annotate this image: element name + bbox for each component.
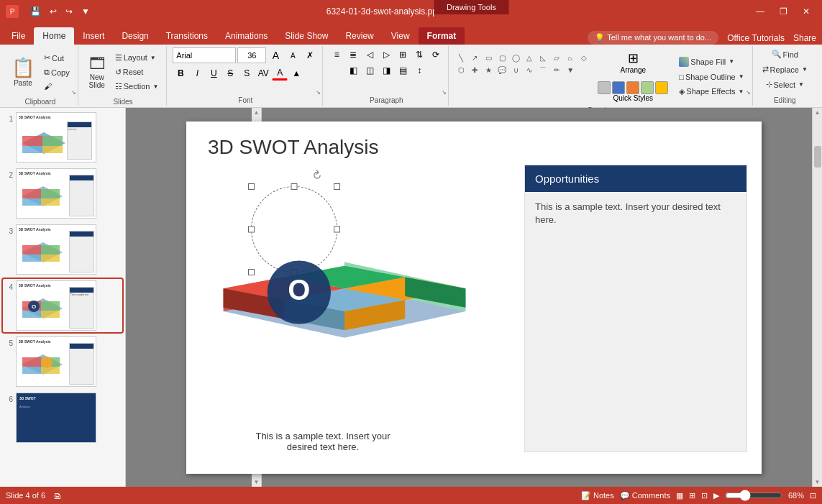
find-button[interactable]: 🔍 Find <box>768 47 802 61</box>
paste-button[interactable]: 📋 Paste <box>7 47 39 96</box>
justify-button[interactable]: ▤ <box>395 63 411 78</box>
shadow-button[interactable]: S <box>239 66 255 81</box>
freeform-shape[interactable]: ✏ <box>550 65 563 76</box>
notes-status-button[interactable]: 📝 Notes <box>581 491 614 500</box>
layout-button[interactable]: ☰ Layout ▼ <box>111 51 163 65</box>
columns-button[interactable]: ⊞ <box>395 47 411 62</box>
slide-thumb-5[interactable]: 5 3D SWOT Analysis <box>3 335 122 388</box>
restore-button[interactable]: ❐ <box>773 4 793 19</box>
tell-me-box[interactable]: 💡 Tell me what you want to do... <box>588 31 718 45</box>
diam-shape[interactable]: ◇ <box>577 52 590 64</box>
plus-shape[interactable]: ✚ <box>468 65 481 76</box>
strikethrough-button[interactable]: S <box>222 66 238 81</box>
slide-thumb-2[interactable]: 2 3D SWOT Analysis <box>3 167 122 220</box>
trap-shape[interactable]: ⏢ <box>564 52 577 64</box>
slide-thumb-4[interactable]: 4 3D SWOT Analysis This is sample text O <box>3 279 122 332</box>
scroll-up-arrow[interactable]: ▲ <box>252 108 261 117</box>
font-color-button[interactable]: A <box>272 66 288 81</box>
arc-shape[interactable]: ⌒ <box>536 65 549 76</box>
quick-styles-button[interactable]: Quick Styles <box>595 78 671 105</box>
scroll-down-arrow[interactable]: ▼ <box>252 477 261 487</box>
vertical-scrollbar-right[interactable]: ▲ ▼ <box>812 108 822 487</box>
tab-review[interactable]: Review <box>337 27 382 45</box>
rt-tri-shape[interactable]: ◺ <box>536 52 549 64</box>
tab-transitions[interactable]: Transitions <box>157 27 216 45</box>
font-size-increase[interactable]: A <box>268 48 283 63</box>
reset-button[interactable]: ↺ Reset <box>111 65 163 79</box>
star5-shape[interactable]: ★ <box>482 65 495 76</box>
font-expand[interactable]: ↘ <box>316 89 321 96</box>
view-slide-sorter-button[interactable]: ⊞ <box>689 491 695 500</box>
tab-animations[interactable]: Animations <box>216 27 276 45</box>
slide-thumb-6[interactable]: 6 3D SWOT Analysis <box>3 391 122 444</box>
share-button[interactable]: Share <box>793 33 816 43</box>
rect-shape[interactable]: ▭ <box>482 52 495 64</box>
cut-button[interactable]: ✂ Cut <box>40 51 73 65</box>
hex-shape[interactable]: ⬡ <box>455 65 467 76</box>
wave-shape[interactable]: ∿ <box>523 65 536 76</box>
clear-format-button[interactable]: ✗ <box>302 48 318 63</box>
line-shape[interactable]: ╲ <box>455 52 467 64</box>
redo-button[interactable]: ↪ <box>63 5 76 18</box>
tab-slideshow[interactable]: Slide Show <box>276 27 337 45</box>
underline-button[interactable]: U <box>206 66 222 81</box>
shape-outline-button[interactable]: □ Shape Outline ▼ <box>675 70 747 83</box>
font-size-decrease[interactable]: A <box>285 48 301 63</box>
font-name-input[interactable] <box>173 47 236 63</box>
drawing-expand[interactable]: ↘ <box>746 89 751 96</box>
slideshow-button[interactable]: ▶ <box>713 491 719 500</box>
scroll-up-right[interactable]: ▲ <box>813 108 822 117</box>
text-direction-button[interactable]: ⇅ <box>411 47 427 62</box>
callout-shape[interactable]: 💬 <box>496 65 508 76</box>
format-painter-button[interactable]: 🖌 <box>40 80 73 93</box>
slide-thumb-1[interactable]: 1 3D SWOT Analysis text here <box>3 111 122 164</box>
tri-shape[interactable]: △ <box>523 52 536 64</box>
decrease-indent-button[interactable]: ◁ <box>362 47 378 62</box>
bold-button[interactable]: B <box>173 66 188 81</box>
align-left-button[interactable]: ◧ <box>345 63 361 78</box>
bullets-button[interactable]: ≡ <box>329 47 344 62</box>
view-normal-button[interactable]: ▦ <box>676 491 683 500</box>
section-button[interactable]: ☷ Section ▼ <box>111 80 163 93</box>
fit-slide-button[interactable]: ⊡ <box>810 491 816 500</box>
replace-button[interactable]: ⇄ Replace ▼ <box>759 63 811 76</box>
italic-button[interactable]: I <box>189 66 205 81</box>
tab-insert[interactable]: Insert <box>74 27 113 45</box>
font-size-input[interactable] <box>237 47 266 63</box>
increase-indent-button[interactable]: ▷ <box>378 47 394 62</box>
office-tutorials-link[interactable]: Office Tutorials <box>727 33 785 43</box>
paragraph-expand[interactable]: ↘ <box>442 89 447 96</box>
close-button[interactable]: ✕ <box>796 4 816 19</box>
more-shapes[interactable]: ▼ <box>564 65 577 76</box>
scroll-down-right[interactable]: ▼ <box>813 477 822 487</box>
new-slide-button[interactable]: 🗔 NewSlide <box>84 47 110 96</box>
arrow-shape[interactable]: ↗ <box>468 52 481 64</box>
curve-shape[interactable]: ∪ <box>509 65 522 76</box>
numbering-button[interactable]: ≣ <box>345 47 361 62</box>
minimize-button[interactable]: — <box>750 4 770 19</box>
view-reading-button[interactable]: ⊡ <box>701 491 708 500</box>
tab-format[interactable]: Format <box>419 27 465 45</box>
comments-status-button[interactable]: 💬 Comments <box>620 491 670 500</box>
slide-notes-icon[interactable]: 🗈 <box>52 490 63 501</box>
para-shape[interactable]: ▱ <box>550 52 563 64</box>
tab-design[interactable]: Design <box>113 27 157 45</box>
align-center-button[interactable]: ◫ <box>362 63 378 78</box>
char-spacing-button[interactable]: AV <box>255 66 271 81</box>
shape-effects-button[interactable]: ◈ Shape Effects ▼ <box>675 85 747 98</box>
align-right-button[interactable]: ◨ <box>378 63 394 78</box>
rrect-shape[interactable]: ▢ <box>496 52 508 64</box>
arrange-button[interactable]: ⊞ Arrange <box>595 47 671 77</box>
save-button[interactable]: 💾 <box>27 5 44 18</box>
tab-home[interactable]: Home <box>34 27 74 45</box>
slide-thumb-3[interactable]: 3 3D SWOT Analysis <box>3 223 122 276</box>
line-spacing-button[interactable]: ↕ <box>411 63 427 78</box>
text-highlight-button[interactable]: ▲ <box>288 66 304 81</box>
customize-qa-button[interactable]: ▼ <box>78 5 93 18</box>
tab-view[interactable]: View <box>383 27 419 45</box>
copy-button[interactable]: ⧉ Copy <box>40 65 73 79</box>
undo-button[interactable]: ↩ <box>47 5 60 18</box>
zoom-slider[interactable] <box>725 490 782 501</box>
oval-shape[interactable]: ◯ <box>509 52 522 64</box>
convert-smartart-button[interactable]: ⟳ <box>428 47 444 62</box>
